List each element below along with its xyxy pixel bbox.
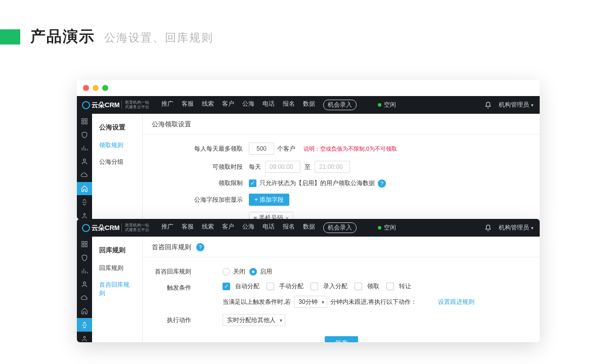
chip-phone[interactable]: ≡ 手机号码 × (249, 212, 293, 219)
nav-phone[interactable]: 电话 (263, 222, 275, 233)
label-trigger: 触发条件 (152, 282, 197, 292)
radio-on[interactable] (249, 268, 257, 276)
svg-rect-8 (82, 245, 84, 247)
mac-max-dot[interactable] (102, 85, 108, 91)
svg-rect-0 (82, 119, 84, 121)
icon-stats[interactable] (80, 145, 89, 152)
cb-entry-assign[interactable] (311, 283, 318, 290)
icon-person[interactable] (80, 335, 89, 342)
sidebar-item-first-consult-return[interactable]: 首咨回库规则 (92, 277, 142, 302)
nav-leads[interactable]: 线索 (202, 100, 214, 110)
cb-manual-assign[interactable] (267, 283, 274, 290)
user-menu[interactable]: 机构管理员▾ (499, 223, 534, 232)
sidebar-item-gonghai-groups[interactable]: 公海分组 (92, 154, 142, 170)
nav-gonghai[interactable]: 公海 (242, 100, 254, 110)
status-indicator[interactable]: 空闲 (378, 223, 396, 232)
icon-cloud[interactable] (80, 294, 89, 301)
logo-sub: 教育机构一站式服务云平台 (121, 223, 149, 233)
logo[interactable]: 云朵CRM 教育机构一站式服务云平台 (82, 101, 149, 110)
label-enable-rule: 首咨回库规则 (152, 267, 197, 276)
text-claim-restriction: 只允许状态为【启用】的用户领取公海数据 (259, 179, 375, 188)
row-field-chips: ≡ 手机号码 × (193, 209, 531, 219)
input-time-from[interactable] (265, 161, 300, 173)
radio-off[interactable] (223, 268, 230, 276)
mac-close-dot[interactable] (83, 85, 89, 91)
sidebar-item-return-rules[interactable]: 回库规则 (92, 260, 142, 277)
svg-point-10 (83, 282, 86, 285)
icon-user[interactable] (80, 281, 89, 288)
nav-leads[interactable]: 线索 (202, 222, 214, 233)
icon-shield[interactable] (80, 131, 89, 138)
icon-shield[interactable] (80, 254, 89, 261)
add-field-button[interactable]: + 添加字段 (249, 194, 289, 206)
icon-home[interactable] (77, 182, 92, 195)
nav-data[interactable]: 数据 (303, 222, 315, 233)
nav-promote[interactable]: 推广 (161, 222, 173, 233)
nav-customer[interactable]: 客户 (222, 100, 234, 110)
svg-rect-7 (85, 242, 87, 244)
accent-bar (0, 29, 20, 44)
icon-person[interactable] (80, 212, 89, 219)
select-duration[interactable]: 30分钟 (294, 296, 327, 308)
status-dot-icon (378, 226, 381, 230)
icon-user[interactable] (80, 158, 89, 165)
nav-opportunity-entry[interactable]: 机会录入 (323, 222, 357, 233)
row-action: 执行动作 实时分配给其他人 (152, 311, 531, 329)
nav-promote[interactable]: 推广 (161, 100, 173, 110)
icon-stats[interactable] (80, 267, 89, 275)
nav-opportunity-entry[interactable]: 机会录入 (323, 100, 357, 110)
sidebar-title: 回库规则 (92, 243, 142, 260)
bell-icon[interactable] (485, 224, 492, 232)
bell-icon[interactable] (485, 102, 492, 109)
cb-auto-assign[interactable]: ✓ (223, 283, 230, 290)
input-daily-limit[interactable] (249, 143, 274, 155)
trigger-desc-prefix: 当满足以上触发条件时,若 (223, 298, 291, 306)
to-label: 至 (304, 163, 311, 171)
select-action[interactable]: 实时分配给其他人 (223, 314, 285, 326)
nav-signup[interactable]: 报名 (283, 100, 295, 110)
icon-home[interactable] (80, 307, 89, 314)
chevron-down-icon: ▾ (531, 103, 534, 108)
content-area: 公海领取设置 每人每天最多领取 个客户 说明：空或负值为不限制,0为不可领取 可… (143, 114, 540, 219)
radio-off-label: 关闭 (233, 267, 245, 276)
topbar: 云朵CRM 教育机构一站式服务云平台 推广 客服 线索 客户 公海 电话 报名 … (77, 219, 540, 237)
save-button[interactable]: 保存 (325, 336, 358, 342)
user-menu[interactable]: 机构管理员▾ (499, 101, 534, 109)
input-time-to[interactable] (315, 161, 350, 173)
chevron-down-icon: ▾ (531, 225, 534, 231)
status-indicator[interactable]: 空闲 (378, 101, 396, 109)
mac-min-dot[interactable] (93, 85, 99, 91)
status-dot-icon (378, 103, 381, 107)
cb-transfer[interactable] (386, 283, 394, 290)
nav-data[interactable]: 数据 (303, 100, 315, 110)
help-icon[interactable]: ? (196, 243, 204, 251)
logo-icon (82, 101, 90, 109)
label-time-range: 可领取时段 (193, 163, 249, 171)
nav-phone[interactable]: 电话 (263, 100, 275, 110)
nav-customer[interactable]: 客户 (222, 222, 234, 233)
logo[interactable]: 云朵CRM 教育机构一站式服务云平台 (82, 223, 149, 233)
note-daily-limit: 说明：空或负值为不限制,0为不可领取 (303, 145, 397, 153)
sidebar: 公海设置 领取规则 公海分组 (92, 114, 143, 219)
row-daily-limit: 每人每天最多领取 个客户 说明：空或负值为不限制,0为不可领取 (193, 140, 531, 158)
icon-cloud[interactable] (80, 171, 89, 178)
icon-dashboard[interactable] (80, 118, 89, 125)
icon-recycle[interactable] (80, 199, 89, 206)
nav-signup[interactable]: 报名 (283, 222, 295, 233)
iconbar (77, 114, 92, 219)
topbar: 云朵CRM 教育机构一站式服务云平台 推广 客服 线索 客户 公海 电话 报名 … (77, 96, 540, 114)
top-nav: 推广 客服 线索 客户 公海 电话 报名 数据 机会录入 (161, 222, 357, 233)
checkbox-enabled-only[interactable]: ✓ (249, 179, 256, 187)
svg-rect-9 (85, 245, 87, 247)
icon-recycle[interactable] (77, 318, 92, 331)
window-gonghai-settings: 云朵CRM 教育机构一站式服务云平台 推广 客服 线索 客户 公海 电话 报名 … (77, 80, 540, 219)
nav-gonghai[interactable]: 公海 (242, 222, 254, 233)
slide-subtitle: 公海设置、回库规则 (104, 30, 213, 46)
nav-service[interactable]: 客服 (182, 100, 194, 110)
sidebar-item-claim-rules[interactable]: 领取规则 (92, 137, 142, 154)
nav-service[interactable]: 客服 (182, 222, 194, 233)
link-set-follow-rule[interactable]: 设置跟进规则 (438, 298, 474, 306)
cb-claim[interactable] (355, 283, 362, 290)
help-icon[interactable]: ? (378, 179, 386, 188)
icon-dashboard[interactable] (80, 241, 89, 248)
